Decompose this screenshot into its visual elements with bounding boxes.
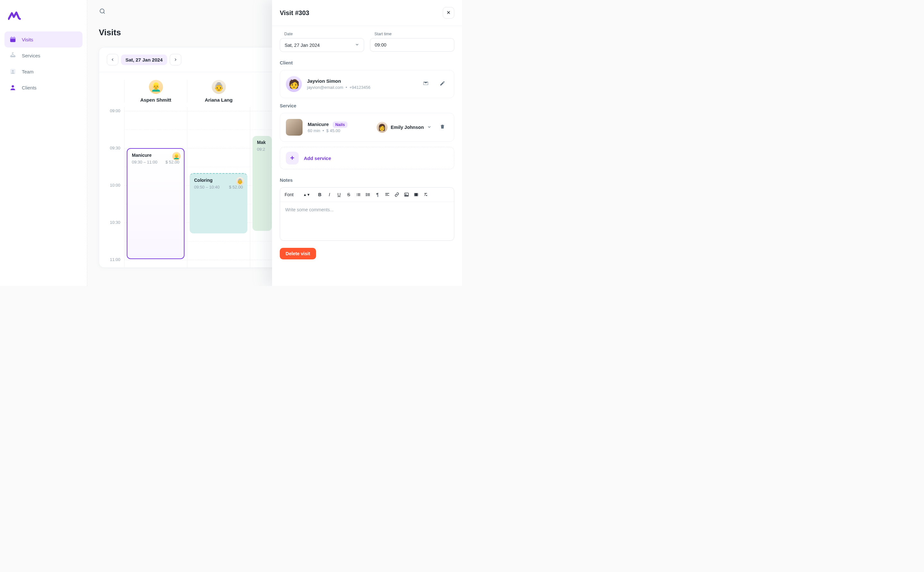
- event-price: $ 52.00: [165, 160, 179, 165]
- sidebar-item-team[interactable]: Team: [5, 64, 83, 79]
- user-square-icon: [9, 68, 17, 75]
- search-icon: [99, 10, 106, 16]
- add-service-label: Add service: [304, 155, 331, 161]
- svg-point-11: [366, 195, 367, 196]
- notes-editor: Font ▲▼ B I U S ¶ Write some comments...: [280, 187, 454, 241]
- svg-rect-4: [14, 37, 15, 38]
- sidebar-item-visits[interactable]: Visits: [5, 31, 83, 47]
- sort-icon: ▲▼: [303, 193, 310, 197]
- link-button[interactable]: [393, 190, 401, 199]
- svg-point-0: [19, 18, 21, 20]
- align-button[interactable]: [383, 190, 392, 199]
- avatar: 👵: [236, 177, 244, 185]
- notes-textarea[interactable]: Write some comments...: [280, 202, 454, 241]
- drawer-title: Visit #303: [280, 9, 309, 17]
- start-time-input[interactable]: 09:00: [370, 38, 454, 51]
- avatar: 👱‍♂️: [172, 152, 181, 160]
- ordered-list-button[interactable]: [354, 190, 363, 199]
- svg-point-9: [366, 193, 367, 194]
- paragraph-button[interactable]: ¶: [373, 190, 382, 199]
- time-label: 09:00: [99, 108, 124, 113]
- image-button[interactable]: [402, 190, 411, 199]
- calendar-icon: [9, 36, 17, 43]
- event-price: $ 52.00: [229, 185, 243, 190]
- svg-point-8: [100, 9, 104, 13]
- svg-rect-14: [414, 193, 418, 196]
- svg-point-7: [12, 85, 14, 87]
- visit-drawer: Visit #303 Date Sat, 27 Jan 2024 Start t…: [272, 0, 462, 286]
- notes-section-label: Notes: [280, 178, 454, 183]
- event-time: 09:2: [257, 147, 265, 152]
- calendar-event-manicure[interactable]: Manicure 09:30 – 11:00 $ 52.00 👱‍♂️: [127, 148, 184, 259]
- bold-button[interactable]: B: [315, 190, 324, 199]
- svg-rect-2: [10, 37, 16, 39]
- start-time-label: Start time: [370, 32, 454, 36]
- envelope-icon: [422, 80, 429, 88]
- avatar: 👩: [377, 122, 388, 133]
- video-button[interactable]: [411, 190, 421, 199]
- sidebar-item-label: Team: [22, 69, 34, 75]
- pencil-icon: [439, 81, 445, 87]
- close-button[interactable]: [443, 7, 454, 19]
- assignee-name: Emily Johnson: [391, 125, 424, 130]
- logo: [7, 8, 22, 23]
- svg-point-13: [405, 194, 406, 194]
- staff-column: 👱‍♂️ Aspen Shmitt: [124, 80, 187, 103]
- edit-button[interactable]: [437, 78, 448, 90]
- clear-format-button[interactable]: [421, 190, 430, 199]
- date-value: Sat, 27 Jan 2024: [285, 43, 320, 48]
- current-date[interactable]: Sat, 27 Jan 2024: [121, 54, 167, 65]
- service-duration: 60 min: [308, 128, 320, 133]
- add-service-button[interactable]: + Add service: [280, 147, 454, 169]
- sidebar-item-clients[interactable]: Clients: [5, 79, 83, 96]
- sidebar: Visits Services Team Clients: [0, 0, 87, 286]
- next-day-button[interactable]: [170, 54, 181, 65]
- service-tag: Nails: [333, 121, 347, 128]
- drawer-header: Visit #303: [272, 0, 462, 26]
- chevron-down-icon: [427, 125, 432, 130]
- date-label: Date: [280, 32, 364, 36]
- sidebar-item-services[interactable]: Services: [5, 47, 83, 64]
- italic-button[interactable]: I: [325, 190, 334, 199]
- event-title: Mak: [257, 140, 267, 145]
- unordered-list-button[interactable]: [363, 190, 372, 199]
- calendar-event-makeup[interactable]: Mak 09:2: [252, 136, 272, 231]
- client-card: 🧑 Jayvion Simon jayvion@email.com • +941…: [280, 70, 454, 98]
- client-phone: +94123456: [349, 85, 370, 90]
- time-label: 10:30: [99, 220, 124, 225]
- time-label: 10:00: [99, 183, 124, 188]
- service-card: Manicure Nails 60 min • $ 45.00 👩 Emily …: [280, 113, 454, 142]
- client-section-label: Client: [280, 60, 454, 65]
- avatar: 🧑: [286, 76, 302, 92]
- delete-service-button[interactable]: [437, 121, 448, 133]
- start-time-value: 09:00: [375, 42, 386, 47]
- client-email: jayvion@email.com: [307, 85, 343, 90]
- assignee-select[interactable]: 👩 Emily Johnson: [377, 122, 432, 133]
- event-time: 09:50 – 10:40: [194, 185, 220, 190]
- service-section-label: Service: [280, 103, 454, 108]
- service-name: Manicure: [308, 121, 329, 127]
- strike-button[interactable]: S: [344, 190, 353, 199]
- calendar-event-coloring[interactable]: Coloring 09:50 – 10:40 $ 52.00 👵: [190, 173, 247, 233]
- avatar: 👱‍♂️: [149, 80, 163, 94]
- sidebar-item-label: Clients: [22, 85, 37, 90]
- chevron-down-icon: [355, 42, 359, 48]
- staff-name: Aspen Shmitt: [140, 97, 171, 103]
- time-label: 11:00: [99, 257, 124, 262]
- avatar: 👵: [212, 80, 226, 94]
- date-time-row: Date Sat, 27 Jan 2024 Start time 09:00: [280, 32, 454, 52]
- staff-column: 👵 Ariana Lang: [187, 80, 250, 103]
- time-label: 09:30: [99, 146, 124, 150]
- font-select[interactable]: Font ▲▼: [284, 192, 312, 197]
- sidebar-item-label: Visits: [22, 37, 33, 42]
- close-icon: [446, 10, 451, 16]
- date-select[interactable]: Sat, 27 Jan 2024: [280, 38, 364, 52]
- service-price: $ 45.00: [326, 128, 340, 133]
- service-image: [286, 119, 302, 136]
- email-button[interactable]: [420, 78, 432, 90]
- trash-icon: [439, 124, 445, 131]
- plus-icon: +: [286, 152, 299, 165]
- prev-day-button[interactable]: [107, 54, 118, 65]
- underline-button[interactable]: U: [335, 190, 344, 199]
- delete-visit-button[interactable]: Delete visit: [280, 248, 316, 260]
